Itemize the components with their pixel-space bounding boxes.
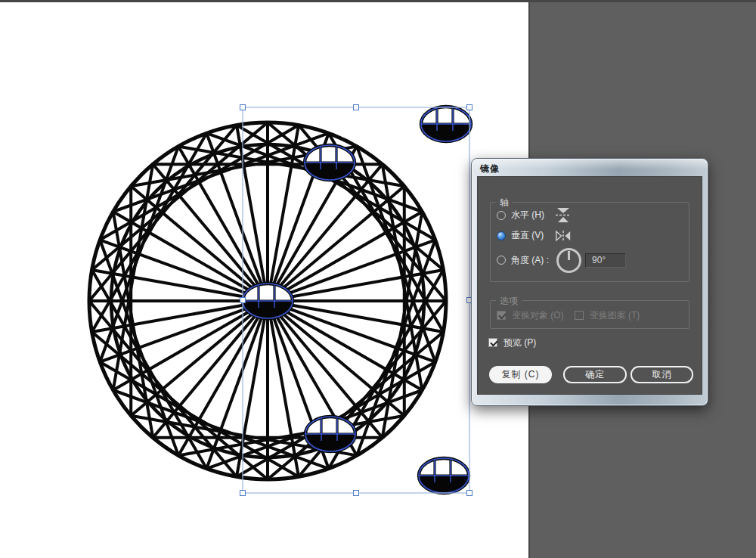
options-group-label: 选项 — [496, 295, 522, 308]
wheel-spoke — [277, 186, 404, 293]
gondola-top-half — [421, 107, 471, 124]
axis-row-angle: 角度 (A) : — [497, 247, 686, 273]
gondola-cabin[interactable] — [305, 145, 355, 180]
preview-label: 预览 (P) — [503, 336, 536, 349]
selection-handle[interactable] — [467, 491, 472, 496]
wheel-spoke — [153, 164, 259, 292]
window-top-strip — [0, 0, 756, 2]
application-window: 镜像 轴 水平 (H) 垂直 (V) — [0, 0, 756, 558]
transform-object-option: 变换对象 (O) — [497, 309, 564, 322]
horizontal-radio[interactable] — [497, 211, 506, 220]
wheel-truss-chord — [383, 212, 423, 438]
flip-vertical-icon — [554, 230, 572, 242]
wheel-spoke — [275, 164, 382, 292]
gondola-top-half — [419, 458, 469, 476]
wheel-truss-chord — [383, 164, 423, 390]
dialog-body: 轴 水平 (H) 垂直 (V) — [477, 176, 702, 395]
selection-handle[interactable] — [354, 105, 359, 110]
gondola-bottom-half — [419, 476, 469, 493]
gondola-cabin[interactable] — [419, 458, 469, 493]
options-row: 变换对象 (O) 变换图案 (T) — [497, 310, 686, 321]
ok-button[interactable]: 确定 — [563, 366, 627, 383]
axis-group-label: 轴 — [496, 197, 513, 209]
wheel-spoke — [131, 308, 259, 415]
transform-object-label: 变换对象 (O) — [512, 309, 564, 322]
selection-handle[interactable] — [240, 298, 246, 303]
transform-pattern-label: 变换图案 (T) — [590, 309, 640, 322]
selection-handle[interactable] — [354, 491, 359, 496]
axis-group: 轴 水平 (H) 垂直 (V) — [490, 202, 689, 282]
angle-radio[interactable] — [497, 256, 506, 265]
cancel-button[interactable]: 取消 — [631, 366, 693, 383]
wheel-spoke — [131, 186, 259, 293]
angle-label: 角度 (A) : — [511, 254, 549, 267]
selection-handle[interactable] — [240, 105, 246, 110]
gondola-bottom-half — [421, 124, 471, 141]
angle-input[interactable] — [585, 253, 626, 268]
dialog-titlebar[interactable]: 镜像 — [472, 159, 708, 176]
vertical-radio[interactable] — [497, 231, 506, 240]
dialog-title: 镜像 — [480, 163, 500, 175]
transform-object-checkbox — [497, 311, 506, 320]
reflect-dialog: 镜像 轴 水平 (H) 垂直 (V) — [471, 158, 708, 406]
options-group: 选项 变换对象 (O) 变换图案 (T) — [490, 300, 689, 329]
wheel-spoke — [153, 310, 259, 438]
selection-handle[interactable] — [467, 105, 472, 110]
flip-horizontal-icon — [555, 206, 572, 224]
angle-dial-icon[interactable] — [556, 248, 581, 273]
preview-row: 预览 (P) — [488, 336, 536, 349]
transform-pattern-checkbox — [575, 311, 584, 320]
selection-handle[interactable] — [240, 491, 246, 496]
copy-button[interactable]: 复制 (C) — [489, 366, 552, 383]
wheel-spoke — [277, 308, 404, 415]
preview-checkbox[interactable] — [488, 338, 497, 347]
gondola-cabin[interactable] — [243, 284, 293, 318]
axis-row-vertical: 垂直 (V) — [497, 230, 686, 241]
gondola-cabin[interactable] — [305, 417, 355, 451]
vertical-label: 垂直 (V) — [511, 229, 544, 242]
transform-pattern-option: 变换图案 (T) — [575, 309, 640, 322]
horizontal-label: 水平 (H) — [511, 209, 544, 222]
axis-row-horizontal: 水平 (H) — [497, 209, 686, 221]
gondola-cabin[interactable] — [421, 107, 471, 141]
